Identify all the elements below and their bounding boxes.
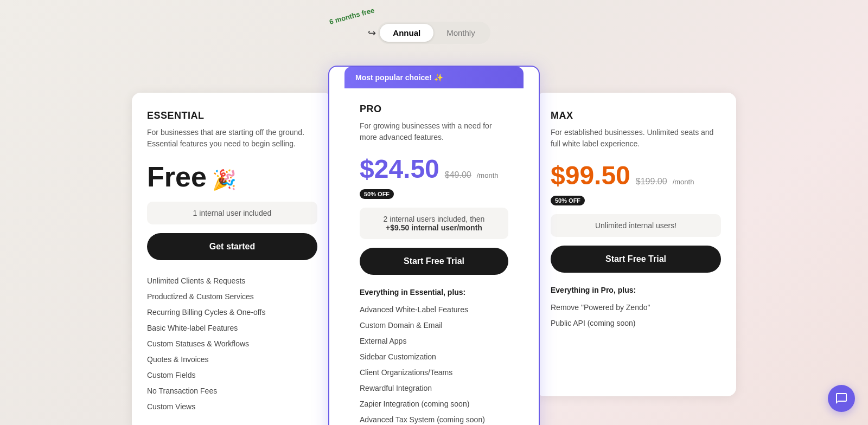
max-price-row: $99.50 $199.00 /month 50% OFF [551,160,721,205]
chat-icon [835,392,848,405]
list-item: External Apps [360,333,508,349]
pro-per-month: /month [477,171,499,179]
list-item: Rewardful Integration [360,381,508,396]
essential-plan-name: ESSENTIAL [147,110,317,121]
pro-plan-name: PRO [360,104,508,115]
pro-original-price: $49.00 [445,170,471,180]
list-item: Remove "Powered by Zendo" [551,300,721,315]
list-item: Zapier Integration (coming soon) [360,396,508,412]
max-users-box: Unlimited internal users! [551,214,721,237]
list-item: Recurring Billing Cycles & One-offs [147,305,317,320]
pro-features-heading: Everything in Essential, plus: [360,288,508,297]
pro-price: $24.50 [360,154,439,184]
pro-users-box: 2 internal users included, then +$9.50 i… [360,208,508,239]
essential-price-row: Free 🎉 [147,160,317,193]
list-item: Sidebar Customization [360,349,508,365]
max-per-month: /month [673,178,694,186]
pro-plan-card: Most popular choice! ✨ PRO For growing b… [328,66,540,425]
list-item: Custom Fields [147,368,317,383]
list-item: Quotes & Invoices [147,352,317,368]
arrow-icon: ↪ [368,27,376,39]
essential-plan-card: ESSENTIAL For businesses that are starti… [132,93,333,425]
plans-container: ESSENTIAL For businesses that are starti… [81,66,787,425]
pro-features-list: Advanced White-Label Features Custom Dom… [360,302,508,425]
essential-features-list: Unlimited Clients & Requests Productized… [147,273,317,415]
toggle-container: Annual Monthly [378,22,490,44]
pro-cta-button[interactable]: Start Free Trial [360,248,508,275]
list-item: Public API (coming soon) [551,315,721,331]
pro-users-extra: +$9.50 internal user/month [386,223,482,232]
list-item: Custom Domain & Email [360,318,508,333]
max-cta-button[interactable]: Start Free Trial [551,246,721,273]
chat-button[interactable] [828,385,855,412]
monthly-toggle[interactable]: Monthly [433,24,488,42]
max-features-list: Remove "Powered by Zendo" Public API (co… [551,300,721,331]
annual-toggle[interactable]: Annual [380,24,433,42]
max-original-price: $199.00 [636,177,667,186]
promo-label: 6 months free [329,6,375,26]
pro-body: PRO For growing businesses with a need f… [344,88,524,425]
pro-plan-description: For growing businesses with a need for m… [360,120,508,143]
billing-toggle: 6 months free ↪ Annual Monthly [378,22,490,44]
max-features-heading: Everything in Pro, plus: [551,286,721,294]
list-item: Unlimited Clients & Requests [147,273,317,289]
essential-price: Free [147,160,207,193]
max-discount-badge: 50% OFF [551,196,585,205]
essential-plan-description: For businesses that are starting off the… [147,127,317,150]
pro-banner-text: Most popular choice! ✨ [355,73,443,82]
list-item: Advanced Tax System (coming soon) [360,412,508,425]
list-item: Client Organizations/Teams [360,365,508,381]
list-item: Advanced White-Label Features [360,302,508,318]
essential-emoji: 🎉 [212,169,237,191]
list-item: No Transaction Fees [147,383,317,399]
list-item: Custom Views [147,399,317,415]
max-plan-card: MAX For established businesses. Unlimite… [535,93,736,396]
essential-users-box: 1 internal user included [147,202,317,224]
max-plan-description: For established businesses. Unlimited se… [551,127,721,150]
max-plan-name: MAX [551,110,721,121]
pro-discount-badge: 50% OFF [360,189,394,199]
pro-price-row: $24.50 $49.00 /month 50% OFF [360,154,508,199]
list-item: Custom Statuses & Workflows [147,336,317,352]
essential-cta-button[interactable]: Get started [147,233,317,260]
list-item: Productized & Custom Services [147,289,317,305]
pro-banner: Most popular choice! ✨ [344,67,524,88]
max-price: $99.50 [551,160,630,190]
list-item: Basic White-label Features [147,320,317,336]
